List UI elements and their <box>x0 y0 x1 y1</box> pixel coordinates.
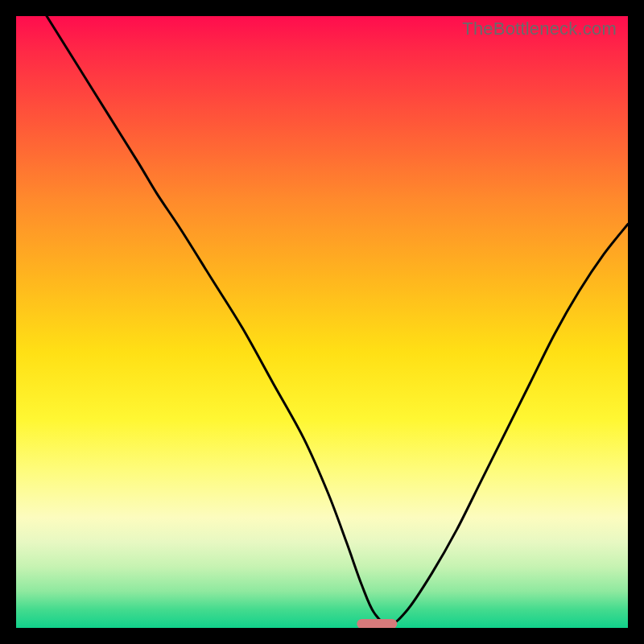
bottleneck-curve <box>47 16 628 625</box>
plot-area: TheBottleneck.com <box>16 16 628 628</box>
optimal-marker <box>357 619 397 628</box>
curve-layer <box>16 16 628 628</box>
chart-frame: TheBottleneck.com <box>0 0 644 644</box>
